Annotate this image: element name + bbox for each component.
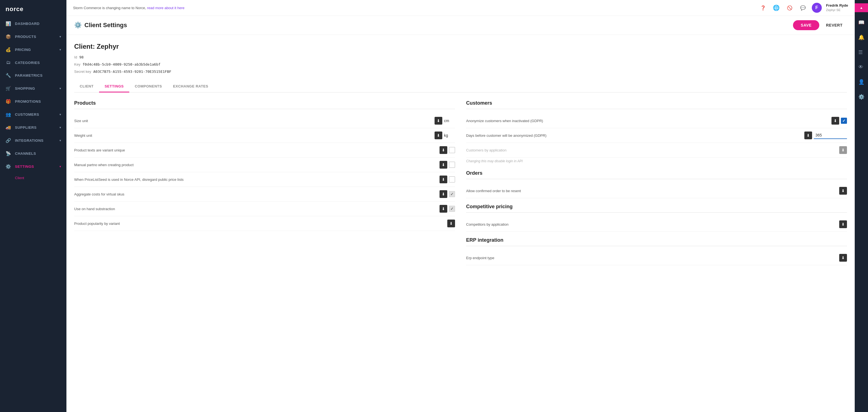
sidebar-item-parametrics[interactable]: 🔧 PARAMETRICS (0, 69, 66, 82)
resent-arrow-btn[interactable]: ⬇ (839, 187, 847, 195)
language-icon[interactable]: 🌐 (772, 3, 781, 12)
sidebar-item-products[interactable]: 📦 PRODUCTS ▾ (0, 30, 66, 43)
client-meta: Id 98 Key f0d4c48b-5cb9-4009-9250-ab3b5d… (74, 54, 847, 75)
pricing-icon: 💰 (5, 47, 11, 52)
customers-by-app-arrow-btn[interactable]: ⬇ (839, 146, 847, 154)
aggregate-costs-checkbox[interactable] (449, 191, 455, 197)
customers-title: Customers (466, 100, 847, 109)
sidebar-item-pricing[interactable]: 💰 PRICING ▾ (0, 43, 66, 56)
settings-grid: Products Size unit ⬇ cm Weight unit ⬇ kg (74, 100, 847, 274)
variant-unique-checkbox[interactable] (449, 147, 455, 153)
key-label: Key (74, 62, 80, 66)
sidebar-item-shopping[interactable]: 🛒 SHOPPING ▾ (0, 82, 66, 95)
sidebar-item-channels[interactable]: 📡 CHANNELS (0, 147, 66, 160)
book-icon[interactable]: 📖 (857, 18, 866, 27)
pricelistseed-checkbox[interactable] (449, 176, 455, 182)
dashboard-icon: 📊 (5, 21, 11, 26)
client-id: 98 (79, 55, 84, 59)
sidebar-item-label: PRICING (15, 48, 31, 52)
days-anonymized-arrow-btn[interactable]: ⬇ (804, 131, 812, 139)
erp-endpoint-arrow-btn[interactable]: ⬇ (839, 254, 847, 262)
help-icon[interactable]: ❓ (759, 3, 768, 12)
chevron-down-icon: ▾ (60, 126, 61, 129)
chevron-down-icon: ▾ (60, 87, 61, 90)
setting-label-variant-unique: Product texts are variant unique (74, 148, 422, 152)
people-icon[interactable]: 👤 (857, 77, 866, 87)
setting-control-pricelistseed: ⬇ (422, 176, 455, 183)
top-banner: Storm Commerce is changing name to Norce… (66, 0, 855, 16)
right-column: Customers Anonymize customers when inact… (466, 100, 847, 265)
sidebar-item-label: CATEGORIES (15, 61, 40, 65)
user-name: Fredrik Ryde (826, 3, 848, 8)
client-secret: A03C7B75-A155-4593-9201-70E3515E1FBF (93, 69, 171, 73)
variant-unique-arrow-btn[interactable]: ⬇ (439, 146, 447, 154)
sidebar-item-integrations[interactable]: 🔗 INTEGRATIONS ▾ (0, 134, 66, 147)
setting-control-weight-unit: ⬇ kg (422, 131, 455, 139)
list-icon[interactable]: ☰ (857, 48, 866, 57)
banner-link[interactable]: read more about it here (147, 6, 184, 10)
sidebar-sub-item-client[interactable]: Client (0, 173, 66, 183)
sidebar-item-customers[interactable]: 👥 CUSTOMERS ▾ (0, 108, 66, 121)
sidebar-item-dashboard[interactable]: 📊 DASHBOARD (0, 17, 66, 30)
anonymize-checkbox[interactable] (841, 118, 847, 124)
setting-row-erp-endpoint: Erp endpoint type ⬇ (466, 251, 847, 265)
sidebar-sub-label: Client (15, 176, 24, 180)
setting-label-on-hand: Use on hand substraction (74, 207, 422, 211)
products-title: Products (74, 100, 455, 109)
days-anonymized-input[interactable] (814, 132, 847, 139)
setting-row-anonymize: Anonymize customers when inactivated (GD… (466, 114, 847, 128)
block-icon[interactable]: 🚫 (785, 3, 794, 12)
aggregate-costs-arrow-btn[interactable]: ⬇ (439, 190, 447, 198)
size-unit-arrow-btn[interactable]: ⬇ (435, 117, 442, 125)
setting-label-competitors: Competitors by application (466, 222, 814, 227)
erp-title: ERP integration (466, 237, 847, 246)
setting-label-days-anonymized: Days before customer will be anonymized … (466, 134, 804, 138)
setting-label-anonymize: Anonymize customers when inactivated (GD… (466, 119, 814, 123)
sidebar-item-label: CHANNELS (15, 151, 36, 156)
sidebar-item-suppliers[interactable]: 🚚 SUPPLIERS ▾ (0, 121, 66, 134)
top-arrow-btn[interactable]: ▲ (855, 3, 868, 12)
save-button[interactable]: SAVE (793, 20, 819, 30)
chevron-down-icon: ▾ (60, 113, 61, 116)
setting-control-anonymize: ⬇ (814, 117, 847, 125)
manual-partno-checkbox[interactable] (449, 162, 455, 168)
setting-label-popularity: Product popularity by variant (74, 222, 422, 226)
eye-icon[interactable]: 👁 (857, 63, 866, 72)
avatar[interactable]: F (812, 3, 822, 13)
tab-settings[interactable]: SETTINGS (99, 81, 129, 92)
sidebar-item-label: CUSTOMERS (15, 112, 39, 117)
gear-icon[interactable]: ⚙️ (857, 92, 866, 101)
orders-title: Orders (466, 170, 847, 179)
tab-components[interactable]: COMPONENTS (129, 81, 167, 92)
sidebar-item-categories[interactable]: 🗂 CATEGORIES (0, 56, 66, 69)
chat-icon[interactable]: 💬 (799, 3, 807, 12)
tab-exchange-rates[interactable]: EXCHANGE RATES (167, 81, 214, 92)
setting-control-resent: ⬇ (814, 187, 847, 195)
pricelistseed-arrow-btn[interactable]: ⬇ (439, 176, 447, 183)
revert-button[interactable]: REVERT (822, 20, 847, 30)
sidebar-item-label: PROMOTIONS (15, 99, 41, 104)
user-info: Fredrik Ryde Zephyr SE (826, 3, 848, 12)
setting-label-erp-endpoint: Erp endpoint type (466, 256, 814, 260)
setting-row-resent: Allow confirmed order to be resent ⬇ (466, 183, 847, 198)
popularity-arrow-btn[interactable]: ⬇ (447, 219, 455, 227)
tab-client[interactable]: CLIENT (74, 81, 99, 92)
on-hand-checkbox[interactable] (449, 206, 455, 212)
right-icon-bar: ▲ 📖 🔔 ☰ 👁 👤 ⚙️ (855, 0, 868, 412)
weight-unit-arrow-btn[interactable]: ⬇ (435, 131, 442, 139)
page-header: ⚙️ Client Settings SAVE REVERT (66, 16, 855, 35)
manual-partno-arrow-btn[interactable]: ⬇ (439, 161, 447, 169)
sidebar-item-promotions[interactable]: 🎁 PROMOTIONS (0, 95, 66, 108)
client-key: f0d4c48b-5cb9-4009-9250-ab3b5de1a6bf (83, 62, 160, 66)
setting-control-erp-endpoint: ⬇ (814, 254, 847, 262)
shopping-icon: 🛒 (5, 86, 11, 91)
sidebar-item-settings[interactable]: ⚙️ SETTINGS ▾ (0, 160, 66, 173)
on-hand-arrow-btn[interactable]: ⬇ (439, 205, 447, 213)
competitors-arrow-btn[interactable]: ⬇ (839, 220, 847, 228)
user-subtitle: Zephyr SE (826, 8, 848, 12)
parametrics-icon: 🔧 (5, 73, 11, 78)
customers-by-app-note: Changing this may disable login in API (466, 157, 847, 165)
anonymize-arrow-btn[interactable]: ⬇ (832, 117, 839, 125)
notification-icon[interactable]: 🔔 (857, 33, 866, 42)
setting-control-popularity: ⬇ (422, 219, 455, 227)
